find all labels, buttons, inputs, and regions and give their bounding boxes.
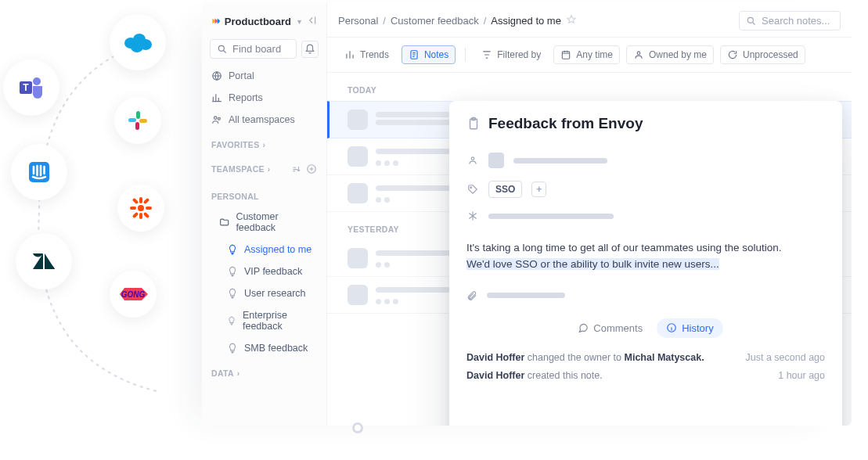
intercom-icon (11, 144, 67, 200)
section-favorites[interactable]: Favorites› (202, 132, 326, 153)
svg-rect-23 (132, 212, 139, 218)
history-list: David Hoffer changed the owner to Michal… (466, 347, 825, 386)
svg-text:GONG: GONG (121, 290, 146, 299)
add-tag-button[interactable]: + (531, 181, 546, 197)
svg-point-42 (470, 187, 472, 189)
breadcrumb-folder[interactable]: Customer feedback (391, 15, 479, 27)
svg-rect-21 (132, 198, 139, 204)
lightbulb-icon (227, 315, 236, 326)
productboard-logo-icon (211, 14, 220, 28)
globe-icon (211, 70, 222, 81)
tab-comments[interactable]: Comments (568, 318, 652, 338)
meta-owner (466, 153, 825, 168)
bars-icon (344, 49, 355, 60)
avatar (348, 285, 368, 305)
day-today: TODAY (327, 73, 852, 101)
detail-title: Feedback from Envoy (488, 115, 643, 132)
owner-avatar[interactable] (488, 153, 504, 168)
brand-row[interactable]: Productboard ▾ (202, 9, 326, 33)
section-teamspace[interactable]: Teamspace› (202, 156, 326, 178)
comment-icon (578, 322, 589, 333)
avatar (348, 146, 368, 167)
sidebar-item-portal[interactable]: Portal (202, 66, 326, 85)
svg-rect-22 (143, 198, 149, 204)
tag-sso[interactable]: SSO (488, 181, 522, 198)
filter-label[interactable]: Filtered by (475, 46, 547, 63)
lightbulb-icon (227, 266, 238, 277)
zapier-icon (117, 185, 164, 232)
chevron-right-icon: › (237, 369, 240, 378)
detail-tabs: Comments History (466, 318, 825, 338)
svg-point-38 (637, 52, 640, 55)
lightbulb-icon (227, 343, 238, 354)
sort-icon[interactable] (290, 164, 301, 174)
app-window: Productboard ▾ Find board Portal Reports (202, 3, 852, 426)
sidebar: Productboard ▾ Find board Portal Reports (202, 3, 327, 426)
view-user-research[interactable]: User research (202, 284, 326, 303)
history-item: David Hoffer created this note. 1 hour a… (466, 368, 825, 383)
section-personal[interactable]: Personal (202, 181, 326, 204)
svg-rect-17 (139, 197, 142, 203)
tab-history[interactable]: History (657, 318, 722, 338)
folder-icon (219, 217, 229, 228)
integrations-cluster: T GONG (0, 0, 203, 460)
folder-customer-feedback[interactable]: Customer feedback (202, 207, 326, 237)
view-smb-feedback[interactable]: SMB feedback (202, 339, 326, 358)
breadcrumb-root[interactable]: Personal (338, 15, 378, 27)
meta-tags: SSO + (466, 181, 825, 198)
notifications-button[interactable] (301, 41, 319, 58)
meta-source (466, 210, 825, 221)
toolbar: Trends Notes Filtered by Any time Owned … (327, 38, 852, 73)
chevron-right-icon: › (268, 165, 271, 174)
svg-rect-20 (146, 207, 152, 210)
refresh-icon (727, 49, 738, 60)
gong-icon: GONG (110, 271, 157, 318)
svg-rect-9 (135, 122, 139, 130)
collapse-sidebar-icon[interactable] (306, 15, 317, 28)
note-body[interactable]: It's taking a long time to get all of ou… (466, 240, 825, 273)
view-enterprise-feedback[interactable]: Enterprise feedback (202, 306, 326, 336)
paperclip-icon[interactable] (466, 290, 477, 301)
breadcrumb: Personal / Customer feedback / Assigned … (338, 14, 577, 27)
svg-rect-24 (143, 212, 149, 218)
zendesk-icon (16, 233, 72, 289)
find-board-input[interactable]: Find board (210, 39, 297, 59)
note-icon (409, 49, 420, 60)
sidebar-item-reports[interactable]: Reports (202, 88, 326, 107)
avatar (348, 110, 368, 130)
tab-trends[interactable]: Trends (338, 46, 395, 63)
sidebar-item-teamspaces[interactable]: All teamspaces (202, 110, 326, 129)
snowflake-icon (467, 210, 478, 221)
lightbulb-icon (227, 244, 238, 255)
filter-unprocessed[interactable]: Unprocessed (720, 45, 805, 64)
plus-circle-icon[interactable] (306, 164, 317, 174)
chart-icon (211, 92, 222, 103)
search-notes-input[interactable]: Search notes... (739, 11, 841, 31)
svg-rect-10 (128, 118, 136, 122)
view-vip-feedback[interactable]: VIP feedback (202, 262, 326, 281)
clipboard-icon (466, 117, 481, 131)
svg-rect-18 (139, 213, 142, 219)
topbar: Personal / Customer feedback / Assigned … (327, 3, 852, 38)
attachments-row (466, 290, 825, 301)
people-icon (211, 114, 222, 125)
notes-list: TODAY YESTERDAY (327, 73, 852, 426)
svg-point-16 (138, 205, 144, 211)
tab-notes[interactable]: Notes (402, 45, 456, 64)
section-data[interactable]: Data› (202, 361, 326, 381)
tag-icon (467, 184, 478, 195)
filter-icon (481, 49, 492, 60)
svg-point-6 (33, 77, 41, 85)
search-icon (746, 16, 757, 27)
salesforce-icon (110, 14, 166, 70)
favorite-star-icon[interactable] (566, 14, 577, 27)
brand-name: Productboard (225, 16, 291, 27)
view-assigned-to-me[interactable]: Assigned to me (202, 240, 326, 259)
bell-icon (304, 44, 315, 55)
filter-anytime[interactable]: Any time (553, 45, 620, 64)
calendar-icon (560, 49, 571, 60)
filter-owned-by-me[interactable]: Owned by me (626, 45, 714, 64)
note-detail-panel: Feedback from Envoy SSO + It's (449, 101, 842, 426)
connector-nub (352, 422, 363, 433)
svg-rect-37 (563, 52, 570, 59)
